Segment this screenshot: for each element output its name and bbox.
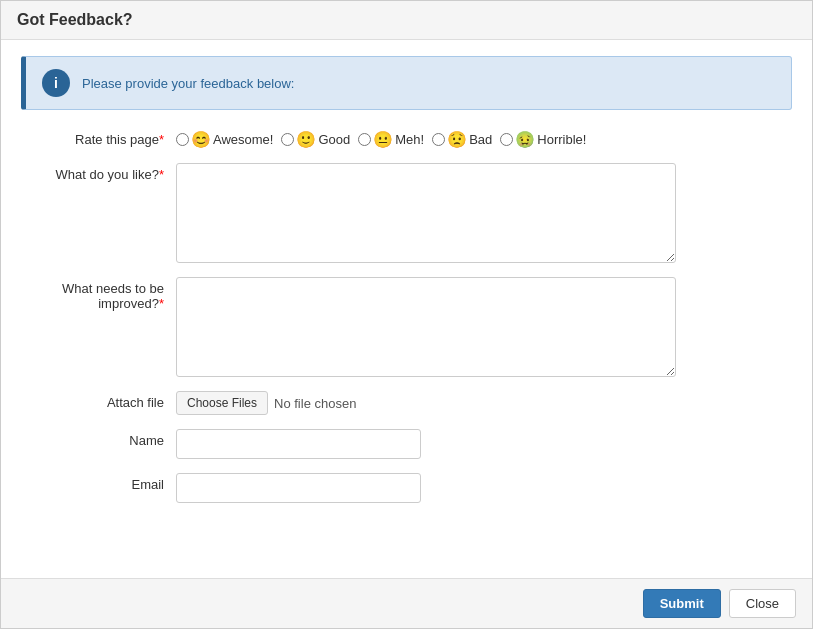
- awesome-emoji: 😊: [191, 130, 211, 149]
- email-input[interactable]: [176, 473, 421, 503]
- name-label: Name: [21, 429, 176, 448]
- rating-option-meh[interactable]: 😐 Meh!: [358, 130, 424, 149]
- rating-option-horrible[interactable]: 🤢 Horrible!: [500, 130, 586, 149]
- email-label: Email: [21, 473, 176, 492]
- close-button[interactable]: Close: [729, 589, 796, 618]
- rating-radio-bad[interactable]: [432, 133, 445, 146]
- what-needs-improvement-label: What needs to be improved?*: [21, 277, 176, 311]
- rating-label: Rate this page*: [21, 128, 176, 147]
- submit-button[interactable]: Submit: [643, 589, 721, 618]
- bad-emoji: 😟: [447, 130, 467, 149]
- modal-body: i Please provide your feedback below: Ra…: [1, 40, 812, 578]
- name-row: Name: [21, 429, 792, 459]
- modal-footer: Submit Close: [1, 578, 812, 628]
- rating-radio-meh[interactable]: [358, 133, 371, 146]
- good-label: Good: [318, 132, 350, 147]
- rating-radio-good[interactable]: [281, 133, 294, 146]
- email-row: Email: [21, 473, 792, 503]
- info-text: Please provide your feedback below:: [82, 76, 294, 91]
- what-do-you-like-label: What do you like?*: [21, 163, 176, 182]
- rating-required: *: [159, 132, 164, 147]
- awesome-label: Awesome!: [213, 132, 273, 147]
- good-emoji: 🙂: [296, 130, 316, 149]
- info-icon: i: [42, 69, 70, 97]
- no-file-text: No file chosen: [274, 396, 356, 411]
- rating-option-awesome[interactable]: 😊 Awesome!: [176, 130, 273, 149]
- modal-title-bar: Got Feedback?: [1, 1, 812, 40]
- name-input[interactable]: [176, 429, 421, 459]
- attach-file-label: Attach file: [21, 391, 176, 410]
- file-input-group: Choose Files No file chosen: [176, 391, 356, 415]
- meh-emoji: 😐: [373, 130, 393, 149]
- horrible-emoji: 🤢: [515, 130, 535, 149]
- rating-group: 😊 Awesome! 🙂 Good 😐 Meh! 😟 Bad: [176, 128, 590, 149]
- what-needs-improvement-row: What needs to be improved?*: [21, 277, 792, 377]
- what-do-you-like-textarea[interactable]: [176, 163, 676, 263]
- what-do-you-like-row: What do you like?*: [21, 163, 792, 263]
- rating-radio-horrible[interactable]: [500, 133, 513, 146]
- rating-option-bad[interactable]: 😟 Bad: [432, 130, 492, 149]
- what-needs-improvement-textarea[interactable]: [176, 277, 676, 377]
- improvement-required: *: [159, 296, 164, 311]
- modal-container: Got Feedback? i Please provide your feed…: [0, 0, 813, 629]
- what-like-required: *: [159, 167, 164, 182]
- bad-label: Bad: [469, 132, 492, 147]
- rating-row: Rate this page* 😊 Awesome! 🙂 Good 😐 Meh!: [21, 128, 792, 149]
- info-box: i Please provide your feedback below:: [21, 56, 792, 110]
- choose-files-button[interactable]: Choose Files: [176, 391, 268, 415]
- rating-option-good[interactable]: 🙂 Good: [281, 130, 350, 149]
- modal-title: Got Feedback?: [17, 11, 133, 28]
- horrible-label: Horrible!: [537, 132, 586, 147]
- rating-radio-awesome[interactable]: [176, 133, 189, 146]
- meh-label: Meh!: [395, 132, 424, 147]
- attach-file-row: Attach file Choose Files No file chosen: [21, 391, 792, 415]
